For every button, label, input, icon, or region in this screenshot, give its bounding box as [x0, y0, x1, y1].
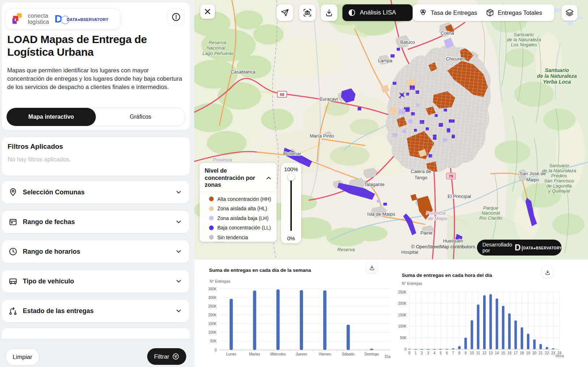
tab-mapa-interactivo[interactable]: Mapa interactivo	[7, 108, 96, 126]
map-label: Santuario	[514, 32, 534, 37]
legend-items: Alta concentración (HH)Zona aislada alta…	[205, 194, 272, 242]
opacity-slider[interactable]	[290, 177, 292, 231]
sidebar: conecta logística D DATA●BSERVATORY LOAD…	[0, 0, 194, 367]
bar	[546, 347, 548, 349]
data-observatory-ring-icon	[522, 245, 523, 252]
page-description: Mapas que permiten identificar los lugar…	[7, 66, 186, 91]
legend-collapse-button[interactable]	[265, 174, 272, 183]
bar	[502, 306, 504, 349]
download-map-button[interactable]	[321, 4, 337, 21]
map-label: Curacaví	[319, 96, 338, 102]
section-rango-de-horarios[interactable]: Rango de horarios	[1, 240, 189, 263]
map-label: Maipo	[526, 177, 539, 182]
map-label: de Lagunilla	[546, 183, 572, 189]
slider-handle[interactable]	[288, 174, 295, 181]
svg-text:2: 2	[421, 351, 423, 355]
info-button[interactable]	[167, 8, 185, 26]
chart-deliveries-per-hour: N° Entregas050K100K150K200K250K012345678…	[386, 274, 588, 367]
svg-text:200K: 200K	[398, 301, 407, 305]
svg-text:13: 13	[489, 351, 493, 355]
svg-text:150K: 150K	[398, 313, 407, 317]
map-label: Paine	[420, 230, 432, 236]
bar	[370, 349, 373, 350]
bar	[489, 294, 492, 349]
svg-text:7: 7	[452, 351, 454, 355]
tab-graficos[interactable]: Gráficos	[96, 108, 185, 126]
package-icon	[485, 8, 495, 17]
applied-filters-empty-text: No hay filtros aplicados.	[8, 156, 71, 163]
map-label: Huelquén	[443, 238, 463, 244]
legend-item: Sin tendencia	[205, 233, 272, 242]
svg-text:0: 0	[214, 348, 217, 352]
svg-text:N° Entregas: N° Entregas	[402, 281, 422, 286]
mode-entregas-totales[interactable]: Entregas Totales	[485, 8, 542, 17]
svg-text:22: 22	[545, 351, 549, 355]
bar	[496, 299, 498, 349]
legend-panel: Nivel de concentración por zonas Alta co…	[200, 163, 277, 242]
map-label: de la Naturaleza	[537, 73, 577, 79]
chart-title-day: Suma de entregas en cada día de la seman…	[209, 267, 311, 273]
map-label: Bollenar	[284, 151, 301, 156]
location-pin-icon	[8, 187, 18, 197]
section-label: Rango de horarios	[23, 248, 80, 256]
svg-text:8: 8	[459, 351, 461, 355]
map-label: Lago Peñuelas	[203, 51, 234, 56]
map-label: de la Naturaleza	[542, 168, 576, 173]
layers-button[interactable]	[562, 5, 578, 21]
svg-text:Jueves: Jueves	[296, 352, 307, 356]
svg-text:11: 11	[476, 351, 480, 355]
chevron-down-icon	[175, 248, 183, 256]
map-label: Talagante	[364, 182, 384, 187]
section-seleccion-comunas[interactable]: Selección Comunas	[1, 181, 189, 204]
chevron-down-icon	[175, 277, 183, 285]
legend-item-label: Zona aislada baja (LH)	[217, 215, 269, 221]
locate-button[interactable]	[277, 4, 293, 21]
svg-text:4: 4	[433, 351, 435, 355]
download-chart-day-button[interactable]	[366, 262, 377, 273]
charts-panel: Suma de entregas en cada día de la seman…	[194, 259, 588, 367]
section-tipo-de-vehiculo[interactable]: Tipo de vehículo	[1, 270, 189, 293]
map-label: Parque	[483, 205, 498, 211]
app-window: conecta logística D DATA●BSERVATORY LOAD…	[0, 0, 588, 367]
section-estado-de-las-entregas[interactable]: Estado de las entregas	[1, 299, 189, 322]
data-observatory-wordmark: DATA●BSERVATORY	[523, 246, 562, 250]
section-label: Rango de fechas	[23, 218, 75, 226]
camera-capture-icon	[303, 8, 312, 17]
map-label: Santuario	[545, 67, 569, 73]
contrast-icon	[348, 8, 356, 17]
bar	[470, 320, 473, 349]
svg-text:68: 68	[280, 92, 284, 97]
bar	[439, 349, 442, 350]
data-observatory-d: D	[515, 244, 521, 252]
section-rango-de-fechas[interactable]: Rango de fechas	[1, 210, 189, 233]
svg-text:10: 10	[470, 351, 474, 355]
chevron-down-icon	[175, 307, 183, 315]
bar	[446, 349, 448, 350]
chart-deliveries-per-day: N° Entregas050K100K150K200K250K300K350KL…	[194, 274, 391, 367]
data-observatory-logo: D DATA●BSERVATORY	[55, 13, 108, 24]
map-label: y Quillayal	[548, 188, 570, 194]
mode-tasa-de-entregas[interactable]: Tasa de Entregas	[418, 8, 477, 17]
close-map-button[interactable]	[200, 4, 215, 19]
slider-max-label: 100%	[284, 166, 298, 172]
bar	[514, 320, 517, 349]
map-label: Reserva	[209, 40, 226, 45]
download-icon	[369, 265, 375, 271]
data-observatory-wordmark: DATA●BSERVATORY	[67, 17, 108, 22]
map-label: Chicureo	[446, 56, 465, 62]
map-label: El Principal	[447, 194, 471, 199]
svg-text:0: 0	[408, 351, 410, 355]
map-label: Río Clarillo	[479, 215, 502, 221]
screenshot-button[interactable]	[299, 4, 316, 21]
header-card: conecta logística D DATA●BSERVATORY LOAD…	[1, 2, 190, 130]
legend-color-dot	[209, 235, 214, 240]
road-shield: 79	[446, 173, 456, 179]
clear-filters-button[interactable]: Limpiar	[5, 348, 39, 366]
svg-text:17: 17	[514, 351, 518, 355]
svg-text:250K: 250K	[398, 290, 407, 294]
svg-text:12: 12	[482, 351, 487, 355]
legend-color-dot	[209, 225, 214, 230]
mode-analisis-lisa[interactable]: Análisis LISA	[342, 4, 413, 21]
map-label: Predios	[551, 173, 567, 178]
apply-filters-button[interactable]: Filtrar	[147, 348, 186, 365]
